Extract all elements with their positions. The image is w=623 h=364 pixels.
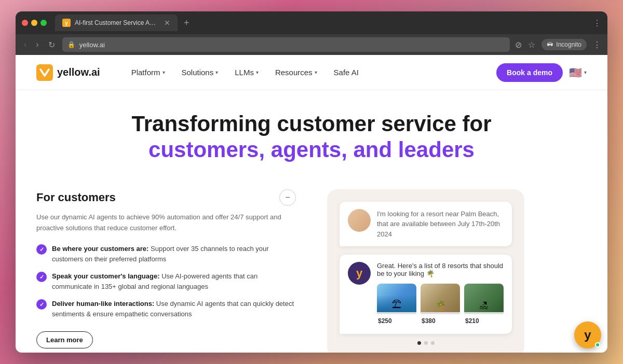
hero-title: Transforming customer service for — [36, 111, 587, 137]
resort-card-3[interactable]: $210 — [464, 284, 504, 327]
feature-bold-2: Speak your customer's language: — [52, 272, 160, 280]
maximize-button[interactable] — [40, 20, 47, 26]
browser-window: y AI-first Customer Service Au... ✕ + ⋮ … — [16, 11, 607, 353]
feature-item-3: Deliver human-like interactions: Use dyn… — [36, 299, 296, 319]
tab-favicon: y — [62, 19, 71, 27]
lock-icon: 🔒 — [67, 41, 75, 48]
flag-icon: 🇺🇸 — [569, 66, 582, 79]
tab-close-icon[interactable]: ✕ — [164, 19, 170, 27]
window-menu-icon[interactable]: ⋮ — [593, 18, 601, 28]
tab-title: AI-first Customer Service Au... — [75, 19, 158, 26]
incognito-label: Incognito — [556, 41, 581, 48]
website-content: yellow.ai Platform ▾ Solutions ▾ LLMs ▾ … — [16, 55, 607, 353]
back-button[interactable]: ‹ — [22, 38, 29, 51]
collapse-button[interactable]: − — [279, 189, 296, 206]
resort-card-1[interactable]: $250 — [377, 284, 416, 327]
bot-content: Great. Here's a list of 8 resorts that s… — [377, 262, 504, 327]
resort-price-bar-3 — [464, 312, 504, 314]
address-bar[interactable]: 🔒 yellow.ai — [62, 37, 510, 52]
check-icon-1 — [36, 244, 47, 255]
close-button[interactable] — [22, 20, 28, 26]
feature-item-1: Be where your customers are: Support ove… — [36, 244, 296, 264]
right-panel: I'm looking for a resort near Palm Beach… — [317, 189, 535, 342]
svg-rect-0 — [36, 64, 53, 81]
resort-image-1 — [377, 284, 416, 312]
bot-response-text: Great. Here's a list of 8 resorts that s… — [377, 262, 504, 277]
pagination-dots — [340, 341, 512, 345]
resort-price-3: $210 — [464, 315, 504, 327]
logo[interactable]: yellow.ai — [36, 64, 100, 81]
resort-price-bar-1 — [377, 312, 416, 314]
logo-text: yellow.ai — [57, 66, 100, 78]
url-text: yellow.ai — [79, 41, 105, 49]
tab-bar: y AI-first Customer Service Au... ✕ + — [55, 15, 589, 31]
resort-price-bar-2 — [421, 312, 460, 314]
hero-subtitle: customers, agents, and leaders — [36, 137, 587, 163]
minimize-button[interactable] — [31, 20, 37, 26]
floating-button-icon: y — [584, 328, 591, 342]
feature-bold-3: Deliver human-like interactions: — [52, 300, 154, 307]
check-icon-2 — [36, 272, 47, 282]
nav-solutions[interactable]: Solutions ▾ — [182, 68, 219, 77]
resort-price-2: $380 — [421, 315, 460, 327]
for-customers-description: Use our dynamic AI agents to achieve 90%… — [36, 212, 296, 234]
solutions-chevron-icon: ▾ — [215, 69, 218, 75]
left-panel: For customers − Use our dynamic AI agent… — [36, 189, 296, 342]
for-customers-title: For customers — [36, 191, 116, 204]
bot-logo-icon: y — [356, 267, 362, 280]
resort-card-2[interactable]: $380 — [421, 284, 460, 327]
floating-chat-button[interactable]: y — [574, 321, 601, 348]
main-content: For customers − Use our dynamic AI agent… — [16, 179, 607, 353]
incognito-button[interactable]: 🕶 Incognito — [541, 39, 587, 50]
nav-safe-ai[interactable]: Safe AI — [334, 68, 359, 77]
resort-image-2 — [421, 284, 460, 312]
check-icon-3 — [36, 299, 47, 310]
nav-platform[interactable]: Platform ▾ — [131, 68, 165, 77]
cast-icon[interactable]: ⊘ — [515, 40, 522, 50]
for-customers-header: For customers − — [36, 189, 296, 206]
logo-icon — [36, 64, 53, 81]
resources-chevron-icon: ▾ — [315, 69, 317, 75]
bookmark-icon[interactable]: ☆ — [528, 40, 535, 50]
incognito-icon: 🕶 — [547, 41, 553, 48]
online-status-indicator — [595, 342, 600, 347]
llms-chevron-icon: ▾ — [256, 69, 259, 75]
feature-text-2: Speak your customer's language: Use AI-p… — [52, 271, 296, 291]
chat-widget: I'm looking for a resort near Palm Beach… — [327, 189, 524, 353]
language-chevron-icon: ▾ — [584, 69, 587, 75]
language-selector[interactable]: 🇺🇸 ▾ — [569, 66, 587, 79]
nav-resources[interactable]: Resources ▾ — [275, 68, 317, 77]
new-tab-button[interactable]: + — [182, 16, 192, 31]
dot-2[interactable] — [424, 341, 428, 345]
browser-titlebar: y AI-first Customer Service Au... ✕ + ⋮ — [16, 11, 607, 34]
dot-3[interactable] — [431, 341, 435, 345]
learn-more-button[interactable]: Learn more — [36, 331, 93, 348]
dot-1[interactable] — [417, 341, 421, 345]
toolbar-actions: ⊘ ☆ 🕶 Incognito ⋮ — [515, 39, 601, 50]
bot-message-bubble: y Great. Here's a list of 8 resorts that… — [340, 255, 512, 334]
feature-text-1: Be where your customers are: Support ove… — [52, 244, 296, 264]
feature-text-3: Deliver human-like interactions: Use dyn… — [52, 299, 296, 319]
refresh-button[interactable]: ↻ — [46, 38, 57, 52]
more-options-icon[interactable]: ⋮ — [593, 40, 601, 50]
resort-image-3 — [464, 284, 504, 312]
hero-section: Transforming customer service for custom… — [16, 90, 607, 179]
platform-chevron-icon: ▾ — [162, 69, 165, 75]
active-tab[interactable]: y AI-first Customer Service Au... ✕ — [55, 15, 178, 31]
feature-list: Be where your customers are: Support ove… — [36, 244, 296, 319]
user-message-bubble: I'm looking for a resort near Palm Beach… — [340, 202, 512, 247]
nav-llms[interactable]: LLMs ▾ — [235, 68, 259, 77]
user-message-text: I'm looking for a resort near Palm Beach… — [377, 209, 504, 240]
site-nav: yellow.ai Platform ▾ Solutions ▾ LLMs ▾ … — [16, 55, 607, 90]
feature-item-2: Speak your customer's language: Use AI-p… — [36, 271, 296, 291]
book-demo-button[interactable]: Book a demo — [496, 63, 563, 82]
user-avatar — [348, 209, 371, 232]
nav-links: Platform ▾ Solutions ▾ LLMs ▾ Resources … — [131, 68, 496, 77]
forward-button[interactable]: › — [34, 38, 40, 51]
traffic-lights — [22, 20, 47, 26]
resort-cards: $250 $380 $210 — [377, 284, 504, 327]
resort-price-1: $250 — [377, 315, 416, 327]
user-avatar-image — [348, 209, 371, 232]
bot-avatar: y — [348, 262, 371, 285]
feature-bold-1: Be where your customers are: — [52, 245, 148, 253]
